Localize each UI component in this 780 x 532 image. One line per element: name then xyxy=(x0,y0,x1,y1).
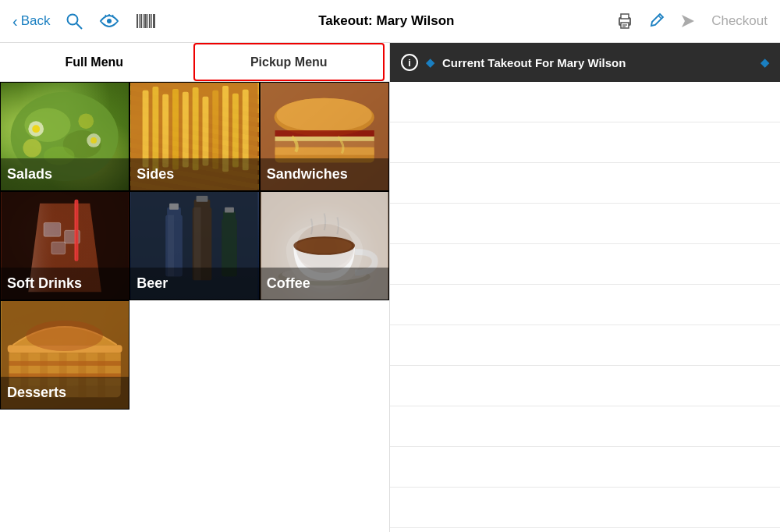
svg-rect-64 xyxy=(197,196,208,202)
order-header: i ◆ Current Takeout For Mary Wilson ◆ xyxy=(390,43,780,82)
left-panel: Full Menu Pickup Menu xyxy=(0,43,390,532)
print-button[interactable] xyxy=(616,12,633,30)
category-salads[interactable]: Salads xyxy=(0,82,129,191)
svg-rect-46 xyxy=(275,130,374,137)
order-line xyxy=(390,366,780,406)
checkout-button[interactable]: Checkout xyxy=(711,13,768,29)
svg-rect-52 xyxy=(44,222,61,236)
barcode-icon xyxy=(136,12,156,30)
top-nav: ‹ Back Takeout: Mary xyxy=(0,0,780,43)
salads-label: Salads xyxy=(1,158,129,190)
svg-rect-13 xyxy=(151,14,152,28)
order-lines xyxy=(390,82,780,532)
info-icon: i xyxy=(401,54,418,71)
eye-icon xyxy=(98,14,120,28)
category-sandwiches[interactable]: Sandwiches xyxy=(260,82,389,191)
right-panel: i ◆ Current Takeout For Mary Wilson ◆ xyxy=(390,43,780,532)
svg-point-24 xyxy=(23,139,41,158)
svg-rect-50 xyxy=(275,147,374,155)
svg-rect-47 xyxy=(275,137,374,141)
back-chevron-icon: ‹ xyxy=(12,12,18,30)
svg-point-87 xyxy=(26,321,103,351)
barcode-button[interactable] xyxy=(136,12,156,30)
order-line xyxy=(390,122,780,163)
svg-rect-56 xyxy=(76,200,77,261)
diamond-left-icon: ◆ xyxy=(426,56,434,69)
beer-label: Beer xyxy=(130,268,258,300)
svg-rect-7 xyxy=(139,14,140,28)
order-line xyxy=(390,447,780,488)
order-line xyxy=(390,163,780,204)
order-title: Current Takeout For Mary Wilson xyxy=(442,56,753,69)
svg-point-73 xyxy=(296,238,352,254)
menu-tabs: Full Menu Pickup Menu xyxy=(0,43,389,82)
svg-rect-9 xyxy=(143,14,144,28)
order-line xyxy=(390,204,780,244)
soft-drinks-label: Soft Drinks xyxy=(1,268,129,300)
main-layout: Full Menu Pickup Menu xyxy=(0,43,780,532)
diamond-right-icon: ◆ xyxy=(760,56,769,69)
svg-rect-12 xyxy=(149,14,151,28)
svg-rect-38 xyxy=(203,97,209,166)
order-line xyxy=(390,406,780,447)
sandwiches-label: Sandwiches xyxy=(261,158,388,190)
svg-rect-84 xyxy=(9,361,121,366)
category-beer[interactable]: Beer xyxy=(129,191,259,300)
svg-rect-67 xyxy=(223,211,236,222)
svg-point-30 xyxy=(90,137,97,144)
svg-point-45 xyxy=(276,98,371,132)
svg-point-28 xyxy=(32,125,40,133)
category-soft-drinks[interactable]: Soft Drinks xyxy=(0,191,129,300)
pencil-button[interactable] xyxy=(649,12,665,30)
coffee-label: Coffee xyxy=(261,268,388,300)
svg-point-25 xyxy=(78,113,94,129)
svg-rect-14 xyxy=(153,14,155,28)
category-sides[interactable]: Sides xyxy=(129,82,259,191)
order-line xyxy=(390,285,780,325)
svg-rect-6 xyxy=(136,14,138,28)
svg-rect-68 xyxy=(225,207,234,213)
order-line xyxy=(390,244,780,285)
pencil-icon xyxy=(649,12,665,30)
svg-point-2 xyxy=(107,19,112,23)
order-line xyxy=(390,488,780,528)
page-title: Takeout: Mary Wilson xyxy=(172,13,601,29)
svg-rect-36 xyxy=(183,92,189,168)
tab-full-menu[interactable]: Full Menu xyxy=(0,43,189,81)
search-button[interactable] xyxy=(66,12,83,30)
svg-rect-35 xyxy=(172,89,179,170)
svg-rect-8 xyxy=(140,14,142,28)
svg-point-0 xyxy=(68,15,78,25)
svg-rect-16 xyxy=(621,14,629,19)
category-desserts[interactable]: Desserts xyxy=(0,300,129,410)
desserts-label: Desserts xyxy=(1,377,129,409)
category-coffee[interactable]: Coffee xyxy=(260,191,389,300)
svg-rect-48 xyxy=(275,141,374,147)
order-line xyxy=(390,325,780,366)
svg-rect-41 xyxy=(232,94,239,168)
svg-rect-54 xyxy=(51,242,66,254)
svg-line-5 xyxy=(112,15,113,16)
search-icon xyxy=(66,12,83,30)
back-label: Back xyxy=(21,13,51,29)
send-button[interactable] xyxy=(680,13,696,29)
back-button[interactable]: ‹ Back xyxy=(12,12,50,30)
sides-label: Sides xyxy=(130,158,258,190)
svg-rect-10 xyxy=(144,14,147,28)
svg-rect-60 xyxy=(169,204,179,210)
svg-line-1 xyxy=(76,23,82,29)
svg-rect-39 xyxy=(213,90,219,169)
eye-button[interactable] xyxy=(98,14,120,28)
svg-line-4 xyxy=(105,15,106,16)
svg-rect-11 xyxy=(147,14,148,28)
svg-rect-34 xyxy=(163,94,169,168)
order-line xyxy=(390,82,780,122)
print-icon xyxy=(616,12,633,30)
menu-grid: Salads xyxy=(0,82,389,532)
svg-rect-32 xyxy=(143,90,149,168)
tab-pickup-menu[interactable]: Pickup Menu xyxy=(193,43,385,81)
send-icon xyxy=(680,13,696,29)
